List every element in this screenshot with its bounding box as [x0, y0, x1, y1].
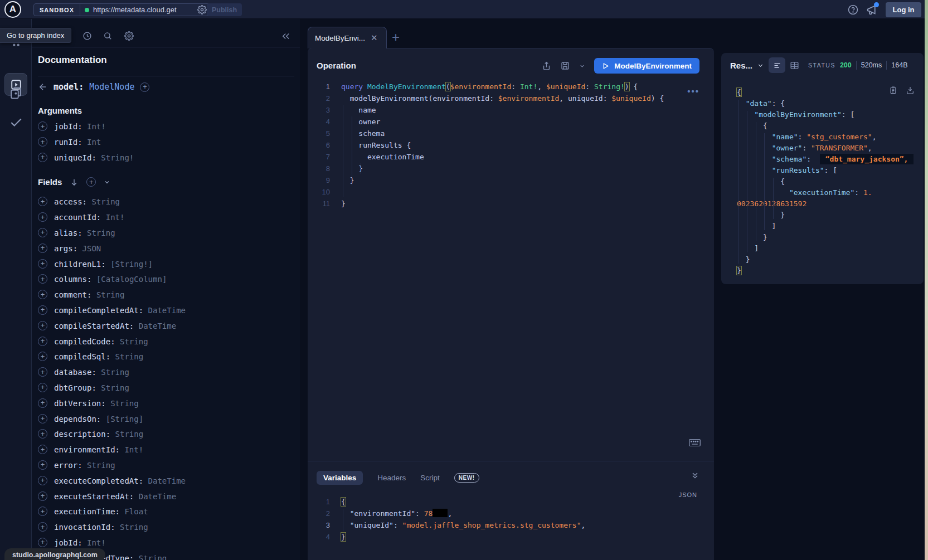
schema-icon[interactable]	[0, 86, 32, 100]
tab-variables[interactable]: Variables	[317, 471, 363, 485]
table-view-icon[interactable]	[790, 61, 799, 70]
browser-status-bar: studio.apollographql.com	[4, 548, 105, 560]
operation-tab[interactable]: ModelByEnvi... ✕	[308, 27, 387, 48]
collapse-panel-icon[interactable]	[281, 31, 291, 41]
add-field-button[interactable]: +	[38, 414, 47, 423]
field-type: [CatalogColumn]	[96, 275, 167, 284]
add-field-button[interactable]: +	[38, 274, 47, 284]
add-argument-button[interactable]: +	[38, 153, 47, 162]
variables-editor[interactable]: { "environmentId": 78, "uniqueId": "mode…	[341, 496, 703, 543]
add-field-button[interactable]: +	[38, 228, 47, 237]
field-type: String	[115, 430, 144, 439]
indent-guide	[764, 133, 765, 230]
field-name: access	[54, 197, 82, 206]
add-field-button[interactable]: +	[38, 398, 47, 408]
new-tab-icon[interactable]: +	[392, 30, 400, 45]
add-field-button[interactable]: +	[38, 290, 47, 299]
field-row: + executionTime: Float	[38, 504, 186, 519]
back-arrow-icon[interactable]	[38, 82, 48, 92]
field-row: + environmentId: Int!	[38, 442, 186, 457]
field-type: String	[91, 197, 120, 206]
endpoint-settings-gear-icon[interactable]	[197, 5, 207, 14]
field-name: comment	[54, 290, 87, 299]
doc-type-link[interactable]: ModelNode	[89, 82, 134, 92]
add-field-button[interactable]: +	[38, 321, 47, 330]
save-icon[interactable]	[560, 61, 570, 71]
help-icon[interactable]	[848, 4, 858, 15]
field-row: + description: String	[38, 426, 186, 442]
argument-row: + runId: Int	[38, 134, 134, 150]
save-menu-chevron-icon[interactable]	[579, 63, 585, 69]
add-argument-button[interactable]: +	[38, 121, 47, 131]
add-field-button[interactable]: +	[38, 538, 47, 547]
fields-menu-chevron-icon[interactable]	[104, 179, 110, 186]
settings-gear-icon[interactable]	[124, 31, 134, 41]
add-field-button[interactable]: +	[38, 460, 47, 470]
field-row: + compileStartedAt: DateTime	[38, 318, 186, 333]
add-field-button[interactable]: +	[38, 212, 47, 222]
add-field-button[interactable]: +	[38, 197, 47, 206]
checks-icon[interactable]	[0, 115, 32, 129]
add-field-button[interactable]: +	[38, 507, 47, 516]
add-all-fields-button[interactable]: +	[86, 177, 96, 187]
field-type: Int!	[124, 445, 143, 454]
add-field-button[interactable]: +	[38, 429, 47, 439]
field-type: DateTime	[148, 476, 186, 485]
field-name: dbtGroup	[54, 383, 91, 392]
add-field-button[interactable]: +	[140, 82, 149, 92]
field-name: invocationId	[54, 523, 110, 532]
add-field-button[interactable]: +	[38, 476, 47, 485]
sort-fields-icon[interactable]	[70, 178, 79, 187]
tab-label: ModelByEnvi...	[315, 34, 365, 42]
field-row: + comment: String	[38, 287, 186, 303]
close-tab-icon[interactable]: ✕	[371, 33, 378, 43]
apollo-logo[interactable]: A	[4, 1, 21, 18]
collapse-variables-icon[interactable]	[691, 471, 699, 480]
share-icon[interactable]	[542, 61, 551, 71]
field-row: + dbtVersion: String	[38, 395, 186, 411]
add-field-button[interactable]: +	[38, 383, 47, 392]
add-field-button[interactable]: +	[38, 491, 47, 501]
field-row: + args: JSON	[38, 240, 186, 256]
field-name: dbtVersion	[54, 399, 101, 408]
add-argument-button[interactable]: +	[38, 137, 47, 147]
add-field-button[interactable]: +	[38, 352, 47, 361]
publish-button[interactable]: Publish	[207, 3, 242, 16]
tab-headers[interactable]: Headers	[377, 474, 406, 482]
history-icon[interactable]	[82, 31, 92, 41]
status-code: 200	[840, 61, 852, 69]
json-view-icon[interactable]	[769, 57, 785, 73]
endpoint-url[interactable]: https://metadata.cloud.get	[93, 6, 193, 14]
field-type: String	[87, 228, 115, 237]
login-button[interactable]: Log in	[886, 2, 921, 17]
tab-script[interactable]: Script	[420, 474, 440, 482]
indent-guide	[343, 509, 343, 531]
field-row: + database: String	[38, 364, 186, 380]
field-row: + accountId: Int!	[38, 210, 186, 225]
add-field-button[interactable]: +	[38, 522, 47, 532]
argument-row: + uniqueId: String!	[38, 150, 134, 165]
fields-title: Fields	[38, 177, 62, 187]
keyboard-shortcuts-icon[interactable]	[689, 439, 701, 447]
add-field-button[interactable]: +	[38, 367, 47, 377]
field-type: String	[87, 461, 115, 470]
field-name: compileStartedAt	[54, 322, 129, 330]
field-name: dependsOn	[54, 415, 96, 423]
field-type: [String]	[106, 415, 143, 423]
response-menu-chevron-icon[interactable]	[757, 62, 764, 69]
add-field-button[interactable]: +	[38, 244, 47, 253]
field-type: DateTime	[148, 306, 186, 315]
run-operation-button[interactable]: ModelByEnvironment	[594, 58, 699, 74]
indent-guide	[361, 163, 361, 174]
add-field-button[interactable]: +	[38, 337, 47, 346]
search-icon[interactable]	[103, 31, 113, 41]
add-field-button[interactable]: +	[38, 259, 47, 269]
operation-editor[interactable]: query ModelByEnvironment($environmentId:…	[341, 81, 703, 210]
divider	[308, 461, 714, 461]
doc-field-name: model:	[54, 82, 84, 92]
documentation-panel: Documentation model: ModelNode + Argumen…	[32, 19, 300, 560]
screen-edge-artifact	[925, 0, 928, 560]
add-field-button[interactable]: +	[38, 305, 47, 315]
add-field-button[interactable]: +	[38, 445, 47, 454]
endpoint-url-field[interactable]: https://metadata.cloud.get	[80, 5, 214, 14]
